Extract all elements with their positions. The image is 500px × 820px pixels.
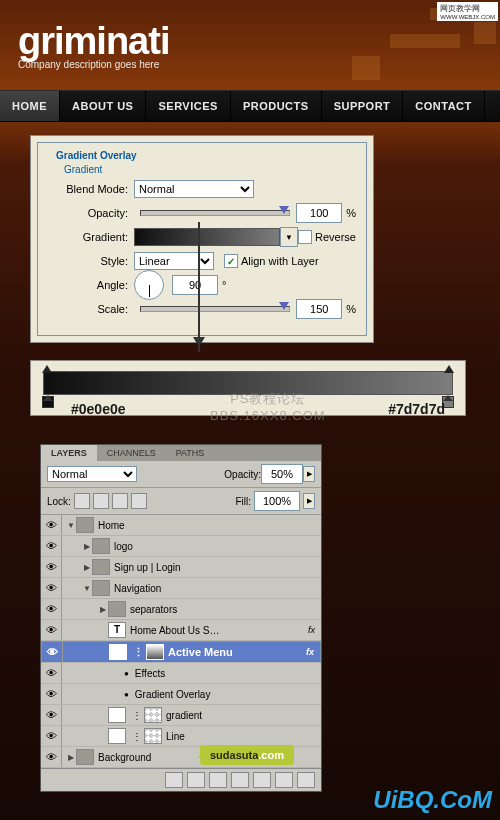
layer-row[interactable]: 👁⋮Active Menufx: [41, 641, 321, 663]
nav-item-support[interactable]: SUPPORT: [322, 91, 404, 121]
disclosure-triangle-icon[interactable]: ▶: [98, 605, 108, 614]
visibility-toggle-icon[interactable]: 👁: [41, 578, 62, 598]
layer-row[interactable]: 👁▶logo: [41, 536, 321, 557]
scale-input[interactable]: [296, 299, 342, 319]
fx-badge[interactable]: fx: [306, 647, 314, 657]
layer-label: Sign up | Login: [114, 562, 181, 573]
layer-row[interactable]: 👁▶Sign up | Login: [41, 557, 321, 578]
layer-opacity-input[interactable]: [261, 464, 303, 484]
dialog-title: Gradient Overlay: [52, 150, 141, 161]
layer-label: Effects: [135, 668, 165, 679]
layer-row[interactable]: 👁▼Navigation: [41, 578, 321, 599]
visibility-toggle-icon[interactable]: 👁: [41, 515, 62, 535]
visibility-toggle-icon[interactable]: 👁: [41, 557, 62, 577]
folder-icon[interactable]: [76, 749, 94, 765]
link-layers-icon[interactable]: [165, 772, 183, 788]
lock-transparency-icon[interactable]: [74, 493, 90, 509]
align-checkbox[interactable]: ✓: [224, 254, 238, 268]
layer-mask-thumb[interactable]: [109, 644, 127, 660]
layer-row[interactable]: 👁THome About Us S…fx: [41, 620, 321, 641]
opacity-label: Opacity:: [48, 207, 128, 219]
chk-icon[interactable]: [144, 707, 162, 723]
uibq-watermark: UiBQ.CoM: [373, 786, 492, 814]
layer-row[interactable]: 👁▼Home: [41, 515, 321, 536]
layer-mask-thumb[interactable]: [108, 707, 126, 723]
opacity-slider[interactable]: [140, 210, 290, 216]
hex-right: #7d7d7d: [388, 401, 445, 417]
reverse-checkbox[interactable]: [298, 230, 312, 244]
grad-icon[interactable]: [146, 644, 164, 660]
disclosure-triangle-icon[interactable]: ▼: [82, 584, 92, 593]
panel-tabs: LAYERSCHANNELSPATHS: [41, 445, 321, 461]
layer-style-icon[interactable]: [187, 772, 205, 788]
visibility-toggle-icon[interactable]: 👁: [41, 536, 62, 556]
blend-mode-select[interactable]: Normal: [134, 180, 254, 198]
gradient-overlay-dialog: Gradient Overlay Gradient Blend Mode: No…: [30, 135, 374, 343]
visibility-toggle-icon[interactable]: 👁: [41, 705, 62, 725]
lock-all-icon[interactable]: [131, 493, 147, 509]
layer-row[interactable]: 👁▶separators: [41, 599, 321, 620]
lock-image-icon[interactable]: [93, 493, 109, 509]
layer-blend-select[interactable]: Normal: [47, 466, 137, 482]
fill-input[interactable]: [254, 491, 300, 511]
folder-icon[interactable]: [92, 580, 110, 596]
layer-label: gradient: [166, 710, 202, 721]
nav-item-home[interactable]: HOME: [0, 91, 60, 121]
watermark-top: 网页教学网 WWW.WEBJX.COM: [437, 2, 498, 21]
disclosure-triangle-icon[interactable]: ▼: [66, 521, 76, 530]
folder-icon[interactable]: [92, 538, 110, 554]
nav-item-products[interactable]: PRODUCTS: [231, 91, 322, 121]
style-label: Style:: [48, 255, 128, 267]
layer-row[interactable]: 👁⋮Line: [41, 726, 321, 747]
opacity-flyout-icon[interactable]: ▶: [303, 466, 315, 482]
layer-row[interactable]: 👁●Effects: [41, 663, 321, 684]
panel-tab-layers[interactable]: LAYERS: [41, 445, 97, 461]
txt-icon[interactable]: T: [108, 622, 126, 638]
fill-label: Fill:: [235, 496, 251, 507]
fill-flyout-icon[interactable]: ▶: [303, 493, 315, 509]
nav-item-contact[interactable]: CONTACT: [403, 91, 484, 121]
folder-icon[interactable]: [108, 601, 126, 617]
new-layer-icon[interactable]: [275, 772, 293, 788]
folder-icon[interactable]: [92, 559, 110, 575]
visibility-toggle-icon[interactable]: 👁: [41, 684, 62, 704]
visibility-toggle-icon[interactable]: 👁: [41, 663, 62, 683]
gradient-swatch[interactable]: [134, 228, 280, 246]
layer-tree: 👁▼Home👁▶logo👁▶Sign up | Login👁▼Navigatio…: [41, 515, 321, 768]
visibility-toggle-icon[interactable]: 👁: [41, 599, 62, 619]
opacity-stop-right[interactable]: [444, 360, 454, 373]
layer-row[interactable]: 👁●Gradient Overlay: [41, 684, 321, 705]
nav-item-services[interactable]: SERVICES: [146, 91, 230, 121]
disclosure-triangle-icon[interactable]: ▶: [82, 563, 92, 572]
chk-icon[interactable]: [144, 728, 162, 744]
new-group-icon[interactable]: [253, 772, 271, 788]
effect-bullet-icon: ●: [124, 669, 129, 678]
style-select[interactable]: Linear: [134, 252, 214, 270]
disclosure-triangle-icon[interactable]: ▶: [66, 753, 76, 762]
disclosure-triangle-icon[interactable]: ▶: [82, 542, 92, 551]
opacity-stop-left[interactable]: [42, 360, 52, 373]
scale-slider[interactable]: [140, 306, 290, 312]
angle-dial[interactable]: [134, 270, 164, 300]
angle-input[interactable]: [172, 275, 218, 295]
lock-position-icon[interactable]: [112, 493, 128, 509]
layer-row[interactable]: 👁⋮gradient: [41, 705, 321, 726]
adjustment-layer-icon[interactable]: [231, 772, 249, 788]
callout-arrow: [198, 222, 200, 352]
delete-layer-icon[interactable]: [297, 772, 315, 788]
gradient-dropdown-icon[interactable]: ▼: [280, 227, 298, 247]
logo-tagline: Company description goes here: [18, 59, 169, 70]
panel-tab-paths[interactable]: PATHS: [166, 445, 215, 461]
visibility-toggle-icon[interactable]: 👁: [41, 747, 62, 767]
color-stop-left[interactable]: [42, 396, 54, 408]
layer-mask-thumb[interactable]: [108, 728, 126, 744]
folder-icon[interactable]: [76, 517, 94, 533]
fx-badge[interactable]: fx: [308, 625, 315, 635]
panel-tab-channels[interactable]: CHANNELS: [97, 445, 166, 461]
visibility-toggle-icon[interactable]: 👁: [41, 620, 62, 640]
nav-item-about-us[interactable]: ABOUT US: [60, 91, 146, 121]
visibility-toggle-icon[interactable]: 👁: [41, 726, 62, 746]
layer-mask-icon[interactable]: [209, 772, 227, 788]
visibility-toggle-icon[interactable]: 👁: [42, 642, 63, 662]
opacity-input[interactable]: [296, 203, 342, 223]
